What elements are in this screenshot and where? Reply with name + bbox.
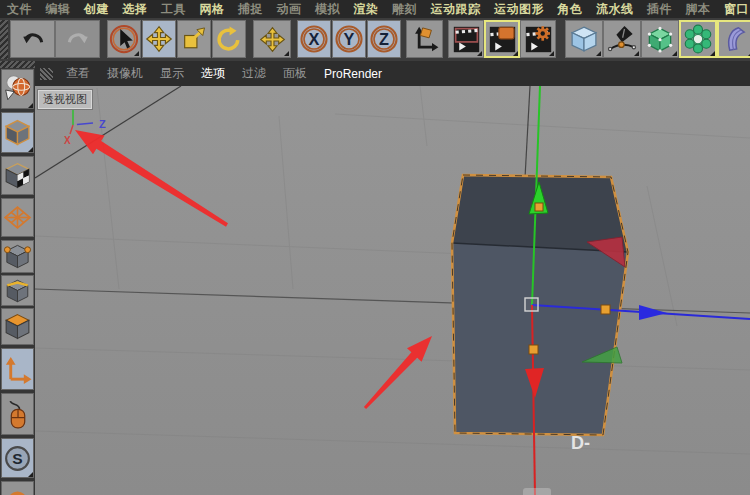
menu-mograph[interactable]: 运动图形 bbox=[494, 1, 544, 18]
subdivision-surface-icon bbox=[645, 24, 675, 54]
scale-icon bbox=[180, 25, 208, 53]
main-toolbar: X Y Z bbox=[0, 18, 750, 61]
vp-menu-display[interactable]: 显示 bbox=[160, 65, 184, 82]
array-generator-button[interactable] bbox=[679, 20, 717, 58]
watermark-text: D- bbox=[571, 433, 590, 453]
menu-edit[interactable]: 编辑 bbox=[46, 1, 71, 18]
menu-file[interactable]: 文件 bbox=[7, 1, 32, 18]
redo-icon bbox=[65, 26, 91, 52]
render-view-icon bbox=[452, 25, 481, 54]
menu-plugins[interactable]: 插件 bbox=[647, 1, 672, 18]
gizmo-x-scale-handle[interactable] bbox=[529, 345, 538, 354]
render-settings-icon bbox=[524, 25, 553, 54]
spline-pen-icon bbox=[607, 24, 637, 54]
snap-icon: S bbox=[3, 444, 32, 473]
svg-text:S: S bbox=[12, 450, 22, 467]
menu-render[interactable]: 渲染 bbox=[354, 1, 379, 18]
vp-menu-panel[interactable]: 面板 bbox=[283, 65, 307, 82]
menu-pipeline[interactable]: 流水线 bbox=[596, 1, 634, 18]
vp-menu-prorender[interactable]: ProRender bbox=[324, 67, 382, 81]
viewport-tweak-button[interactable] bbox=[1, 393, 34, 435]
viewport-canvas[interactable]: Z X D- bbox=[35, 86, 750, 495]
gear-icon bbox=[535, 26, 550, 40]
enable-snap-button[interactable]: S bbox=[1, 438, 34, 478]
make-editable-icon bbox=[4, 74, 32, 104]
lock-x-icon: X bbox=[299, 24, 329, 54]
render-settings-button[interactable] bbox=[520, 20, 556, 58]
svg-text:Y: Y bbox=[344, 30, 355, 48]
gizmo-y-scale-handle[interactable] bbox=[535, 203, 543, 211]
bend-deformer-icon bbox=[721, 24, 750, 54]
move-tool-button[interactable] bbox=[142, 20, 176, 58]
rotate-icon bbox=[215, 25, 243, 53]
menu-animate[interactable]: 动画 bbox=[277, 1, 302, 18]
grid-vertical-line bbox=[525, 86, 530, 178]
menu-sculpt[interactable]: 雕刻 bbox=[392, 1, 417, 18]
svg-text:Z: Z bbox=[379, 30, 389, 48]
annotation-arrow-to-axis bbox=[75, 130, 228, 227]
mode-sidebar: S bbox=[0, 61, 35, 495]
grid-lines bbox=[35, 86, 750, 454]
toolbar-drag-grip[interactable] bbox=[0, 20, 8, 59]
menu-character[interactable]: 角色 bbox=[558, 1, 583, 18]
rotate-tool-button[interactable] bbox=[212, 20, 246, 58]
enable-axis-icon bbox=[3, 354, 32, 385]
menu-mesh[interactable]: 网格 bbox=[200, 1, 225, 18]
primitive-cube-button[interactable] bbox=[565, 20, 603, 58]
last-tool-move-icon bbox=[259, 26, 286, 53]
polygons-mode-button[interactable] bbox=[1, 308, 34, 345]
render-view-button[interactable] bbox=[448, 20, 484, 58]
last-tool-button[interactable] bbox=[253, 20, 291, 58]
live-selection-button[interactable] bbox=[107, 20, 141, 58]
lock-x-button[interactable]: X bbox=[297, 20, 331, 58]
workplane-mode-button[interactable] bbox=[1, 198, 34, 237]
magnet-snap-button[interactable] bbox=[1, 481, 34, 495]
vp-menu-cameras[interactable]: 摄像机 bbox=[107, 65, 143, 82]
gizmo-z-scale-handle[interactable] bbox=[601, 305, 610, 314]
points-mode-button[interactable] bbox=[1, 240, 34, 273]
scale-tool-button[interactable] bbox=[177, 20, 211, 58]
lock-z-icon: Z bbox=[369, 24, 399, 54]
sidebar-drag-grip[interactable] bbox=[0, 61, 35, 68]
svg-text:X: X bbox=[309, 30, 320, 48]
gizmo-z-arrowhead[interactable] bbox=[639, 305, 667, 320]
render-picture-viewer-button[interactable] bbox=[484, 20, 520, 58]
texture-mode-button[interactable] bbox=[1, 156, 34, 195]
menu-select[interactable]: 选择 bbox=[123, 1, 148, 18]
menu-window[interactable]: 窗口 bbox=[724, 1, 749, 18]
perspective-view-tooltip: 透视视图 bbox=[38, 90, 92, 109]
viewport-menu-grip-icon[interactable] bbox=[40, 68, 53, 80]
annotation-arrow-to-cube bbox=[364, 336, 432, 409]
vp-menu-options[interactable]: 选项 bbox=[201, 65, 225, 82]
menu-script[interactable]: 脚本 bbox=[686, 1, 711, 18]
menu-motion-tracker[interactable]: 运动跟踪 bbox=[431, 1, 481, 18]
model-mode-button[interactable] bbox=[1, 112, 34, 153]
enable-axis-button[interactable] bbox=[1, 348, 34, 390]
texture-mode-icon bbox=[3, 160, 32, 191]
vp-menu-filter[interactable]: 过滤 bbox=[242, 65, 266, 82]
lock-z-button[interactable]: Z bbox=[367, 20, 401, 58]
menu-tools[interactable]: 工具 bbox=[161, 1, 186, 18]
subdivision-surface-button[interactable] bbox=[641, 20, 679, 58]
lock-y-icon: Y bbox=[334, 24, 364, 54]
watermark-fragment bbox=[523, 488, 551, 495]
spline-pen-button[interactable] bbox=[603, 20, 641, 58]
vp-menu-view[interactable]: 查看 bbox=[66, 65, 90, 82]
menu-create[interactable]: 创建 bbox=[84, 1, 109, 18]
lock-y-button[interactable]: Y bbox=[332, 20, 366, 58]
coordinate-system-button[interactable] bbox=[406, 20, 443, 58]
undo-button[interactable] bbox=[10, 20, 55, 58]
coordinate-system-icon bbox=[411, 25, 439, 53]
menu-snap[interactable]: 捕捉 bbox=[238, 1, 263, 18]
bend-deformer-button[interactable] bbox=[717, 20, 750, 58]
edges-mode-button[interactable] bbox=[1, 275, 34, 306]
axis-z-label: Z bbox=[99, 118, 106, 130]
viewport-scene: Z X D- bbox=[35, 86, 750, 495]
array-generator-icon bbox=[683, 24, 713, 54]
menu-simulate[interactable]: 模拟 bbox=[315, 1, 340, 18]
gizmo-center-handle[interactable] bbox=[525, 298, 538, 311]
main-menu-bar: 文件 编辑 创建 选择 工具 网格 捕捉 动画 模拟 渲染 雕刻 运动跟踪 运动… bbox=[0, 0, 750, 18]
axis-x-label: X bbox=[64, 135, 71, 146]
redo-button[interactable] bbox=[55, 20, 100, 58]
make-editable-button[interactable] bbox=[1, 69, 34, 109]
